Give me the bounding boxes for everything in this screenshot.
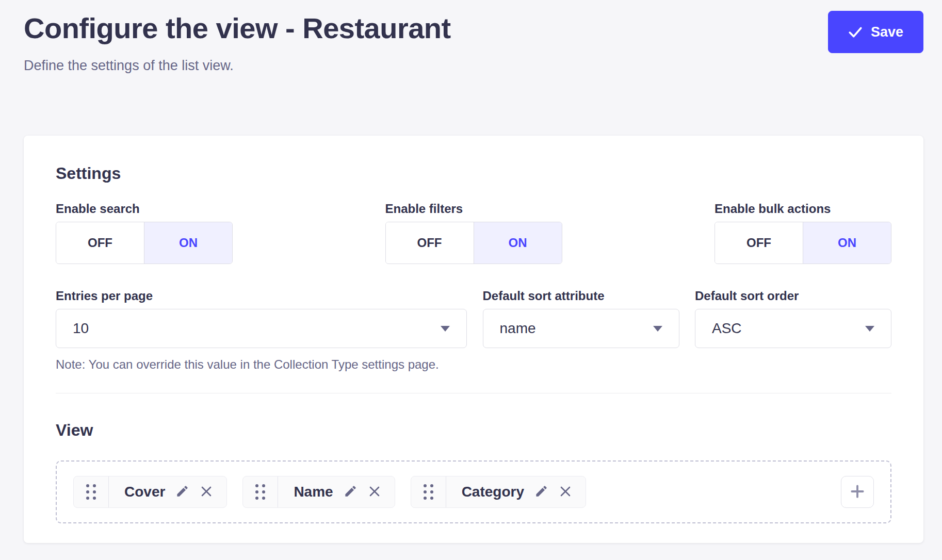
enable-search-toggle: OFF ON xyxy=(56,222,233,264)
default-sort-attribute-field: Default sort attribute name xyxy=(483,289,679,372)
view-columns-dropzone: Cover xyxy=(56,460,891,523)
enable-filters-label: Enable filters xyxy=(385,202,562,216)
enable-bulk-actions-on-option[interactable]: ON xyxy=(803,222,891,263)
default-sort-order-field: Default sort order ASC xyxy=(695,289,891,372)
column-chip-category[interactable]: Category xyxy=(411,476,586,508)
entries-per-page-field: Entries per page 10 Note: You can overri… xyxy=(56,289,467,372)
edit-column-button[interactable] xyxy=(175,484,189,500)
entries-per-page-note: Note: You can override this value in the… xyxy=(56,357,467,372)
remove-column-button[interactable] xyxy=(200,485,213,500)
enable-bulk-actions-off-option[interactable]: OFF xyxy=(715,222,803,263)
default-sort-attribute-select[interactable]: name xyxy=(483,309,679,348)
entries-per-page-value: 10 xyxy=(73,320,441,337)
column-chip-cover[interactable]: Cover xyxy=(73,476,227,508)
entries-per-page-select[interactable]: 10 xyxy=(56,309,467,348)
column-chip-name[interactable]: Name xyxy=(242,476,395,508)
pencil-icon xyxy=(175,484,189,500)
remove-column-button[interactable] xyxy=(368,485,381,500)
enable-search-field: Enable search OFF ON xyxy=(56,202,233,264)
enable-filters-on-option[interactable]: ON xyxy=(474,222,562,263)
drag-handle-icon xyxy=(255,484,265,500)
column-chip-label: Category xyxy=(462,484,524,500)
close-icon xyxy=(200,485,213,500)
check-icon xyxy=(848,25,863,39)
default-sort-attribute-label: Default sort attribute xyxy=(483,289,679,303)
edit-column-button[interactable] xyxy=(534,484,548,500)
default-sort-order-label: Default sort order xyxy=(695,289,891,303)
close-icon xyxy=(368,485,381,500)
default-sort-order-select[interactable]: ASC xyxy=(695,309,891,348)
enable-filters-field: Enable filters OFF ON xyxy=(385,202,562,264)
pencil-icon xyxy=(534,484,548,500)
entries-per-page-label: Entries per page xyxy=(56,289,467,303)
enable-filters-toggle: OFF ON xyxy=(385,222,562,264)
toggle-row: Enable search OFF ON Enable filters OFF … xyxy=(56,202,891,264)
column-chip-label: Name xyxy=(294,484,333,500)
enable-bulk-actions-toggle: OFF ON xyxy=(714,222,891,264)
enable-bulk-actions-field: Enable bulk actions OFF ON xyxy=(714,202,891,264)
add-column-button[interactable] xyxy=(841,476,874,508)
chevron-down-icon xyxy=(653,326,662,332)
pencil-icon xyxy=(344,484,358,500)
page-title: Configure the view - Restaurant xyxy=(24,11,451,45)
settings-heading: Settings xyxy=(56,163,891,183)
column-chip-label: Cover xyxy=(124,484,165,500)
drag-handle[interactable] xyxy=(411,476,446,507)
enable-search-off-option[interactable]: OFF xyxy=(56,222,144,263)
edit-column-button[interactable] xyxy=(344,484,358,500)
view-heading: View xyxy=(56,420,891,440)
enable-filters-off-option[interactable]: OFF xyxy=(386,222,474,263)
select-row: Entries per page 10 Note: You can overri… xyxy=(56,289,891,372)
close-icon xyxy=(559,485,572,500)
drag-handle-icon xyxy=(86,484,96,500)
page-subtitle: Define the settings of the list view. xyxy=(24,58,234,74)
enable-search-on-option[interactable]: ON xyxy=(144,222,232,263)
drag-handle[interactable] xyxy=(74,476,109,507)
drag-handle-icon xyxy=(424,484,433,500)
remove-column-button[interactable] xyxy=(559,485,572,500)
default-sort-attribute-value: name xyxy=(500,320,653,337)
enable-bulk-actions-label: Enable bulk actions xyxy=(714,202,891,216)
settings-card: Settings Enable search OFF ON Enable fil… xyxy=(24,136,923,543)
save-button-label: Save xyxy=(871,24,903,40)
section-divider xyxy=(56,393,891,393)
chevron-down-icon xyxy=(865,326,874,332)
enable-search-label: Enable search xyxy=(56,202,233,216)
save-button[interactable]: Save xyxy=(828,11,923,53)
drag-handle[interactable] xyxy=(243,476,278,507)
plus-icon xyxy=(849,483,866,501)
chevron-down-icon xyxy=(441,326,450,332)
default-sort-order-value: ASC xyxy=(712,320,865,337)
